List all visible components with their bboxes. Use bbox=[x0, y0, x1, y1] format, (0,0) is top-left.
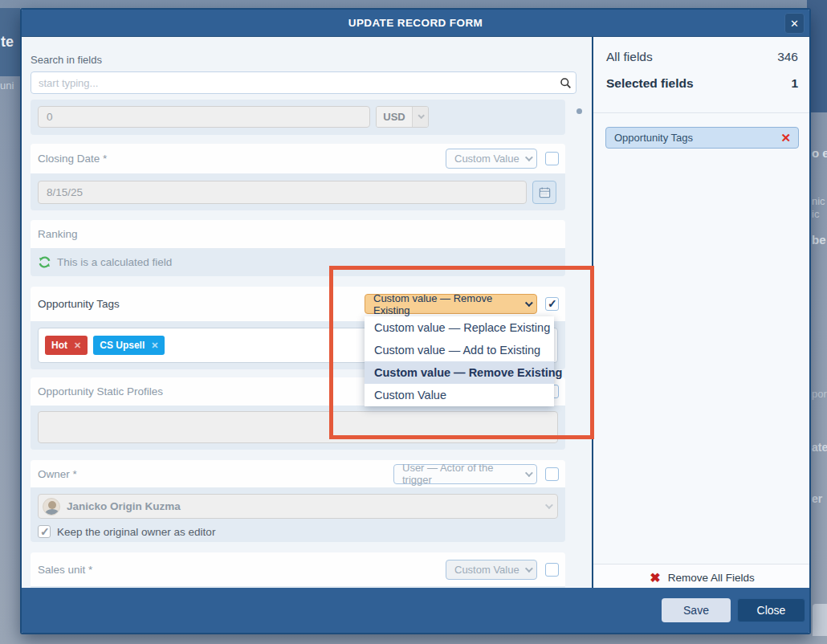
chevron-down-icon bbox=[525, 469, 533, 477]
keep-owner-checkbox[interactable] bbox=[38, 525, 51, 538]
owner-checkbox[interactable] bbox=[545, 467, 559, 481]
field-card-owner: Owner * User — Actor of the trigger Jani… bbox=[31, 460, 565, 542]
currency-value: USD bbox=[377, 107, 412, 127]
modal-body: Search in fields 0 USD bbox=[22, 37, 809, 546]
all-fields-count: 346 bbox=[777, 50, 798, 64]
owner-mode-value: User — Actor of the trigger bbox=[402, 462, 525, 486]
field-card-amount: 0 USD bbox=[31, 100, 565, 135]
backdrop-text-fragment: por bbox=[812, 388, 827, 400]
menu-option-remove-existing[interactable]: Custom value — Remove Existing bbox=[365, 361, 554, 384]
menu-option-add-to-existing[interactable]: Custom value — Add to Existing bbox=[365, 339, 554, 361]
tag-chip-cs-upsell[interactable]: CS Upsell ✕ bbox=[93, 336, 165, 355]
backdrop-text-fragment: o e bbox=[812, 146, 827, 160]
fields-form-area: Search in fields 0 USD bbox=[22, 37, 592, 591]
backdrop-text-fragment: ic bbox=[812, 208, 819, 220]
amount-input[interactable]: 0 bbox=[38, 106, 370, 128]
search-in-fields-label: Search in fields bbox=[31, 54, 102, 66]
selected-fields-label: Selected fields bbox=[606, 76, 791, 91]
backdrop-text-fragment: uni bbox=[0, 79, 14, 92]
tags-mode-dropdown-menu: Custom value — Replace Existing Custom v… bbox=[365, 316, 554, 406]
sales-unit-checkbox[interactable] bbox=[545, 563, 559, 577]
remove-all-icon: ✖ bbox=[650, 570, 660, 585]
remove-tag-icon[interactable]: ✕ bbox=[151, 340, 158, 351]
modal-title: UPDATE RECORD FORM bbox=[348, 17, 483, 29]
owner-mode-select[interactable]: User — Actor of the trigger bbox=[393, 464, 537, 484]
closing-date-input[interactable]: 8/15/25 bbox=[38, 181, 527, 204]
modal-footer: Save Close bbox=[22, 588, 809, 633]
backdrop-text-fragment: be bbox=[812, 233, 826, 247]
menu-option-custom-value[interactable]: Custom Value bbox=[365, 384, 554, 406]
ranking-label: Ranking bbox=[38, 228, 559, 240]
chevron-down-icon bbox=[418, 112, 424, 118]
search-input[interactable] bbox=[31, 71, 576, 94]
scrollbar-thumb[interactable] bbox=[576, 108, 582, 114]
remove-all-label: Remove All Fields bbox=[668, 572, 755, 584]
field-card-closing-date: Closing Date * Custom Value 8/15/25 bbox=[31, 144, 565, 210]
avatar bbox=[43, 498, 60, 516]
currency-select[interactable]: USD bbox=[376, 106, 429, 128]
remove-tag-icon[interactable]: ✕ bbox=[74, 340, 81, 351]
chevron-down-icon bbox=[545, 501, 553, 509]
keep-owner-label: Keep the original owner as editor bbox=[57, 526, 215, 538]
calculated-field-icon bbox=[38, 255, 51, 269]
selected-field-label: Opportunity Tags bbox=[614, 132, 780, 144]
backdrop-text-fragment: te bbox=[1, 34, 14, 51]
calendar-button[interactable] bbox=[532, 181, 556, 204]
field-card-sales-unit: Sales unit * Custom Value bbox=[31, 552, 565, 589]
backdrop-text-fragment: er bbox=[812, 492, 822, 505]
chevron-down-icon bbox=[525, 153, 533, 161]
search-icon bbox=[560, 77, 572, 89]
owner-name: Janicko Origin Kuzma bbox=[67, 500, 545, 512]
chevron-down-icon bbox=[525, 565, 533, 573]
backdrop-text-fragment: ate bbox=[812, 441, 827, 454]
calculated-field-note: This is a calculated field bbox=[57, 256, 172, 268]
close-button[interactable]: Close bbox=[737, 598, 805, 622]
tags-checkbox[interactable] bbox=[545, 297, 559, 311]
selected-fields-count: 1 bbox=[791, 76, 798, 91]
static-profiles-input[interactable] bbox=[38, 411, 558, 443]
chevron-down-icon bbox=[525, 299, 533, 307]
selected-field-opportunity-tags[interactable]: Opportunity Tags ✕ bbox=[605, 127, 799, 149]
remove-all-fields-button[interactable]: ✖ Remove All Fields bbox=[593, 564, 811, 591]
closing-date-label: Closing Date * bbox=[38, 153, 446, 165]
sales-unit-mode-value: Custom Value bbox=[454, 564, 519, 576]
field-card-ranking: Ranking This is a calculated field bbox=[31, 220, 565, 276]
fields-stats: All fields 346 Selected fields 1 bbox=[593, 37, 811, 113]
tags-mode-select[interactable]: Custom value — Remove Existing bbox=[365, 294, 537, 314]
owner-select[interactable]: Janicko Origin Kuzma bbox=[38, 494, 558, 519]
calendar-icon bbox=[539, 186, 551, 198]
menu-option-replace-existing[interactable]: Custom value — Replace Existing bbox=[365, 316, 554, 339]
save-button[interactable]: Save bbox=[662, 598, 731, 622]
close-icon[interactable] bbox=[784, 13, 805, 34]
sales-unit-mode-select[interactable]: Custom Value bbox=[446, 560, 537, 580]
modal-header: UPDATE RECORD FORM bbox=[22, 10, 809, 37]
closing-date-mode-value: Custom Value bbox=[454, 153, 519, 165]
closing-date-checkbox[interactable] bbox=[545, 152, 559, 165]
tag-chip-hot[interactable]: Hot ✕ bbox=[45, 336, 88, 355]
all-fields-label: All fields bbox=[606, 50, 777, 64]
closing-date-mode-select[interactable]: Custom Value bbox=[446, 149, 537, 169]
selected-fields-panel: All fields 346 Selected fields 1 Opportu… bbox=[593, 37, 811, 591]
tag-label: Hot bbox=[51, 340, 67, 351]
backdrop-bottom-right-panel bbox=[813, 604, 827, 636]
tag-label: CS Upsell bbox=[100, 340, 145, 351]
backdrop-text-fragment: nic bbox=[812, 195, 825, 207]
opportunity-tags-label: Opportunity Tags bbox=[38, 298, 365, 310]
update-record-form-modal: UPDATE RECORD FORM Search in fields 0 US… bbox=[20, 8, 811, 634]
owner-label: Owner * bbox=[38, 468, 393, 480]
sales-unit-label: Sales unit * bbox=[38, 564, 446, 576]
tags-mode-value: Custom value — Remove Existing bbox=[373, 292, 525, 316]
remove-field-icon[interactable]: ✕ bbox=[780, 131, 791, 145]
